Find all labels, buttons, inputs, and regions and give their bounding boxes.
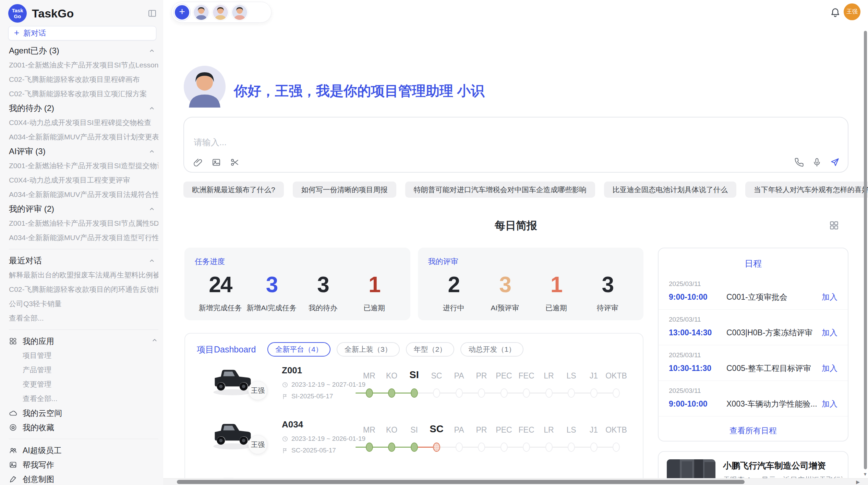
clock-icon: [282, 436, 288, 442]
join-meeting-link[interactable]: 加入: [822, 327, 837, 338]
chevron-up-icon[interactable]: [148, 47, 156, 54]
dashboard-filter-chip[interactable]: 年型（2）: [406, 342, 455, 357]
recent-chat-item[interactable]: 查看全部...: [9, 311, 158, 325]
image-upload-icon[interactable]: [212, 158, 221, 167]
milestone-node[interactable]: [411, 443, 418, 452]
sidebar-collapse-icon[interactable]: [147, 9, 157, 18]
milestone-node[interactable]: [613, 388, 620, 398]
milestone-node[interactable]: [433, 388, 440, 398]
milestone-node[interactable]: [388, 388, 395, 398]
chevron-up-icon[interactable]: [148, 257, 156, 264]
agent-avatar[interactable]: [231, 4, 248, 21]
app-sub-item[interactable]: 产品管理: [9, 363, 158, 377]
dashboard-filter-chip[interactable]: 动总开发（1）: [460, 342, 523, 357]
scissors-icon[interactable]: [230, 158, 240, 167]
send-icon[interactable]: [830, 158, 840, 167]
attachment-icon[interactable]: [193, 158, 203, 167]
project-row: 王强A0342023-12-19 ~ 2026-01-19SC-2025-05-…: [185, 417, 643, 471]
milestone-node[interactable]: [366, 388, 373, 398]
phone-call-icon[interactable]: [794, 158, 804, 167]
sidebar-item-star[interactable]: 我的收藏: [9, 420, 158, 435]
user-avatar[interactable]: 王强: [844, 3, 860, 20]
sidebar-section-header[interactable]: 我的待办 (2): [9, 101, 158, 115]
agent-avatar[interactable]: [193, 4, 209, 21]
microphone-icon[interactable]: [812, 158, 822, 167]
milestone-node[interactable]: [501, 443, 508, 452]
recent-chat-item[interactable]: 解释最新出台的欧盟报废车法规再生塑料比例被调至15%...: [9, 268, 158, 282]
view-all-schedule-link[interactable]: 查看所有日程: [659, 425, 848, 436]
join-meeting-link[interactable]: 加入: [822, 363, 837, 374]
sidebar-task-item[interactable]: C02-飞腾新能源轻客改款项目里程碑画布: [9, 72, 158, 87]
sidebar-task-item[interactable]: C0X4-动力总成开发项目工程变更评审: [9, 173, 158, 187]
chevron-up-icon[interactable]: [148, 205, 156, 213]
milestone-node[interactable]: [590, 388, 598, 398]
sidebar-task-item[interactable]: A034-全新新能源MUV产品开发项目造型可行性评审: [9, 231, 158, 245]
milestone-node[interactable]: [523, 443, 530, 452]
recent-chat-item[interactable]: 公司Q3轻卡销量: [9, 297, 158, 311]
milestone-node[interactable]: [433, 443, 440, 452]
milestone-node[interactable]: [388, 443, 395, 452]
new-chat-button[interactable]: + 新对话: [8, 26, 156, 40]
new-chat-label: 新对话: [23, 28, 46, 38]
sidebar-section-header[interactable]: 我的评审 (2): [9, 202, 158, 216]
add-agent-button[interactable]: +: [174, 4, 190, 21]
dashboard-filter-chip[interactable]: 全新平台（4）: [267, 342, 330, 357]
suggestion-chip[interactable]: 当下年轻人对汽车外观有怎样的喜好趋势: [745, 182, 868, 198]
suggestion-chip[interactable]: 比亚迪全固态电池计划具体说了什么: [604, 182, 736, 198]
milestone-node[interactable]: [366, 443, 373, 452]
sidebar-task-item[interactable]: Z001-全新燃油轻卡产品开发项目SI节点属性5D文件评审: [9, 216, 158, 231]
sidebar-item-cloud[interactable]: 我的云空间: [9, 406, 158, 420]
schedule-time: 9:00-10:00: [669, 293, 726, 302]
sidebar-task-item[interactable]: A034-全新新能源MUV产品开发项目计划变更表编写: [9, 130, 158, 144]
project-dashboard-card: 项目Dashboard 全新平台（4）全新上装（3）年型（2）动总开发（1） 王…: [184, 333, 643, 485]
agent-avatar[interactable]: [212, 4, 229, 21]
sidebar-task-item[interactable]: C02-飞腾新能源轻客改款项目立项汇报方案: [9, 87, 158, 101]
sidebar-tool-photo[interactable]: 帮我写作: [9, 458, 158, 472]
milestone-node[interactable]: [478, 443, 485, 452]
milestone-node[interactable]: [523, 388, 530, 398]
milestone-node[interactable]: [411, 388, 418, 398]
milestone-node[interactable]: [568, 388, 575, 398]
join-meeting-link[interactable]: 加入: [822, 292, 837, 302]
scroll-down-arrow-icon[interactable]: ▼: [863, 472, 867, 477]
sidebar-section-recent[interactable]: 最近对话: [9, 253, 158, 268]
suggestion-chip[interactable]: 欧洲新规最近颁布了什么?: [183, 182, 284, 198]
milestone-node[interactable]: [478, 388, 485, 398]
milestone-node[interactable]: [613, 443, 620, 452]
suggestion-chip[interactable]: 如何写一份清晰的项目周报: [293, 182, 396, 198]
sidebar-tool-pen[interactable]: 创意制图: [9, 472, 158, 485]
dashboard-filter-chip[interactable]: 全新上装（3）: [337, 342, 400, 357]
milestone-node[interactable]: [545, 443, 553, 452]
vertical-scrollbar-thumb[interactable]: [864, 31, 867, 469]
sidebar-task-item[interactable]: Z001-全新燃油轻卡产品开发项目SI造型提交物评审: [9, 159, 158, 173]
milestone-node[interactable]: [456, 388, 463, 398]
sidebar-section-header[interactable]: Agent已办 (3): [9, 43, 158, 58]
scroll-right-arrow-icon[interactable]: ▶: [856, 478, 860, 485]
sidebar-item-my-apps[interactable]: 我的应用: [9, 334, 158, 348]
sidebar-task-item[interactable]: Z001-全新燃油皮卡产品开发项目SI节点Lesson Learn报告: [9, 58, 158, 72]
milestone-node[interactable]: [568, 443, 575, 452]
join-meeting-link[interactable]: 加入: [822, 399, 837, 409]
horizontal-scrollbar-thumb[interactable]: [177, 480, 745, 484]
taskgo-logo: Task Go: [8, 4, 27, 23]
notification-bell-icon[interactable]: [830, 7, 841, 18]
app-sub-item[interactable]: 变更管理: [9, 377, 158, 391]
sidebar-task-item[interactable]: A034-全新新能源MUV产品开发项目法规符合性评审: [9, 187, 158, 202]
app-sub-item[interactable]: 查看全部...: [9, 391, 158, 406]
sidebar-tool-people[interactable]: AI超级员工: [9, 443, 158, 458]
milestone-node[interactable]: [545, 388, 553, 398]
chevron-up-icon[interactable]: [151, 336, 158, 346]
layout-grid-icon[interactable]: [829, 220, 839, 231]
suggestion-chip[interactable]: 特朗普可能对进口汽车增税会对中国车企造成哪些影响: [405, 182, 595, 198]
chat-input[interactable]: [194, 137, 708, 147]
milestone-node[interactable]: [590, 443, 598, 452]
app-sub-item[interactable]: 项目管理: [9, 348, 158, 363]
app-screen: Task Go TaskGo + 新对话 Agent已办 (3)Z001-全新燃…: [0, 0, 868, 485]
sidebar-task-item[interactable]: C0X4-动力总成开发项目SI里程碑提交物检查: [9, 115, 158, 130]
recent-chat-item[interactable]: C02-飞腾新能源轻客改款项目的闭环通告反馈情况: [9, 282, 158, 297]
chevron-up-icon[interactable]: [148, 104, 156, 112]
sidebar-section-header[interactable]: AI评审 (3): [9, 144, 158, 159]
chevron-up-icon[interactable]: [148, 148, 156, 155]
milestone-node[interactable]: [501, 388, 508, 398]
milestone-node[interactable]: [456, 443, 463, 452]
